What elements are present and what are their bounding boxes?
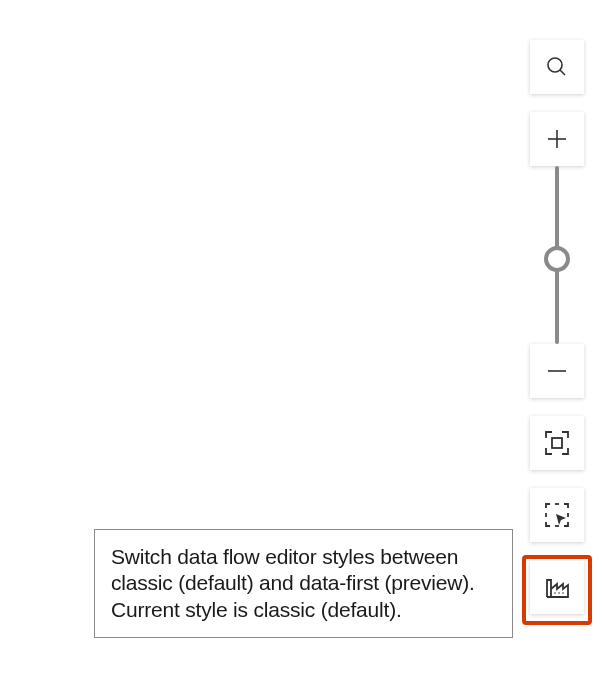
fit-screen-icon [544, 430, 570, 456]
svg-point-0 [548, 58, 562, 72]
search-icon [545, 55, 569, 79]
plus-icon [545, 127, 569, 151]
svg-point-7 [558, 592, 560, 594]
tooltip-text: Switch data flow editor styles between c… [111, 545, 475, 621]
select-area-button[interactable] [530, 488, 584, 542]
tooltip: Switch data flow editor styles between c… [94, 529, 513, 638]
zoom-in-button[interactable] [530, 112, 584, 166]
view-tools-group [530, 416, 584, 614]
svg-line-1 [560, 70, 565, 75]
svg-point-8 [562, 592, 564, 594]
svg-rect-5 [552, 438, 562, 448]
svg-point-6 [554, 592, 556, 594]
select-area-icon [544, 502, 570, 528]
zoom-out-button[interactable] [530, 344, 584, 398]
switch-editor-style-button[interactable] [530, 560, 584, 614]
zoom-group [530, 112, 584, 398]
fit-to-screen-button[interactable] [530, 416, 584, 470]
search-button[interactable] [530, 40, 584, 94]
factory-icon [544, 574, 570, 600]
canvas-toolbar [530, 40, 584, 614]
zoom-slider-track[interactable] [555, 166, 559, 344]
minus-icon [545, 359, 569, 383]
zoom-slider-handle[interactable] [544, 246, 570, 272]
